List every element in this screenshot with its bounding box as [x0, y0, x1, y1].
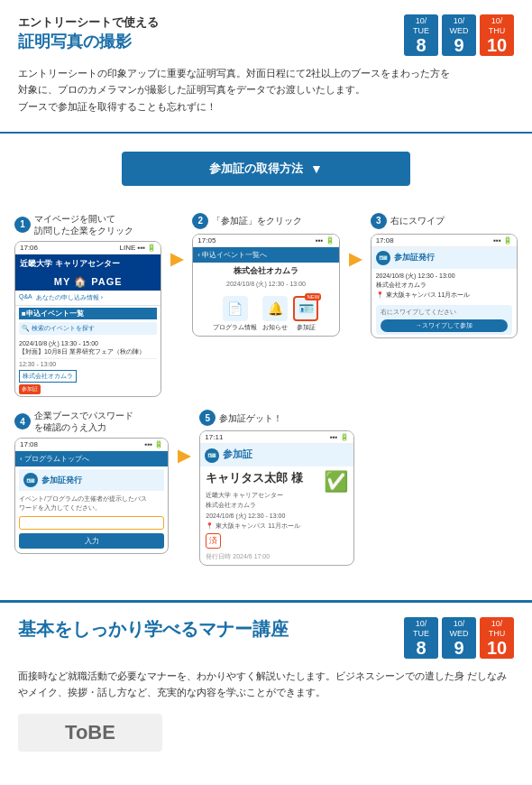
- step-3-num: 3: [371, 213, 387, 229]
- arrow-2-3: ▶: [349, 213, 362, 269]
- step-3-label: 3 右にスワイプ: [371, 213, 518, 229]
- company-name: 株式会社オカムラ: [193, 263, 338, 280]
- phone-5-content: キャリタス太郎 様 近畿大学 キャリアセンター 株式会社オカムラ 2024/10…: [200, 466, 353, 565]
- second-date-badge-9: 10/WED 9: [442, 617, 476, 659]
- second-date-num-1: 8: [416, 638, 426, 658]
- phone-1-mock: 17:06 LINE ▪▪▪ 🔋 近畿大学 キャリアセンター MY 🏠 PAGE…: [14, 241, 161, 398]
- step-1-text: マイページを開いて訪問した企業をクリック: [34, 213, 133, 236]
- phone-1-carrier: LINE ▪▪▪ 🔋: [120, 244, 157, 252]
- phone-1-nav: Q&A あなたの申し込み情報 ›: [15, 291, 161, 306]
- swipe-button[interactable]: →スワイプして参加: [381, 319, 508, 332]
- search-btn: 🔍 検索のイベントを探す: [19, 322, 157, 335]
- check-icon: ✅: [324, 470, 348, 494]
- date-num-3: 10: [487, 35, 507, 55]
- phone-4-content: 🪪 参加証発行 イベント/プログラムの主催者が提示したパスワードを入力してくださ…: [15, 466, 168, 553]
- top-description: エントリーシートの印象アップに重要な証明写真。対面日程にて2社以上のブースをまわ…: [18, 65, 514, 115]
- date-badges: 10/TUE 8 10/WED 9 10/THU 10: [404, 14, 514, 56]
- second-date-badge-10: 10/THU 10: [480, 617, 514, 659]
- phone-1-status: 17:06 LINE ▪▪▪ 🔋: [15, 242, 161, 254]
- step-2-block: 2 「参加証」をクリック 17:05 ▪▪▪ 🔋 ‹ 申込イベント一覧へ 株式会…: [192, 213, 339, 337]
- phone-1-header: 近畿大学 キャリアセンター: [15, 254, 161, 273]
- step-4-num: 4: [14, 413, 31, 429]
- stamp-label: 済: [206, 533, 221, 549]
- arrow-4-5: ▶: [178, 410, 190, 466]
- arrow-1-2: ▶: [170, 213, 183, 269]
- second-event-section: 基本をしっかり学べるマナー講座 10/TUE 8 10/WED 9 10/THU…: [0, 600, 532, 761]
- pass-badge-circle: 🪪: [376, 251, 390, 265]
- steps-section: 1 マイページを開いて訪問した企業をクリック 17:06 LINE ▪▪▪ 🔋 …: [0, 204, 532, 593]
- step-2-text: 「参加証」をクリック: [212, 215, 302, 226]
- second-event-desc: 面接時など就職活動で必要なマナーを、わかりやすく解説いたします。ビジネスシーンで…: [18, 668, 514, 701]
- method-button-label: 参加証の取得方法: [209, 161, 303, 177]
- program-icon: 📄: [223, 296, 248, 321]
- date-label-3: 10/THU: [485, 16, 509, 36]
- step-5-block: 5 参加証ゲット！ 17:11 ▪▪▪ 🔋 🪪 参加証 キャリタス太郎 様: [199, 410, 353, 566]
- swipe-area: 右にスワイプしてください →スワイプして参加: [376, 305, 512, 335]
- step-1-num: 1: [14, 217, 31, 233]
- method-button[interactable]: 参加証の取得方法 ▼: [122, 152, 410, 186]
- phone-5-top-row: キャリタス太郎 様 近畿大学 キャリアセンター 株式会社オカムラ 2024/10…: [206, 470, 347, 549]
- second-date-label-1: 10/TUE: [409, 619, 433, 639]
- pass-icon-item: 🪪 NEW 参加証: [293, 296, 318, 332]
- phone-4-title-row: 🪪 参加証発行: [19, 469, 164, 491]
- notice-icon-item: 🔔 お知らせ: [262, 296, 288, 332]
- phone-4-status: 17:08 ▪▪▪ 🔋: [15, 439, 168, 451]
- phone-2-status: 17:05 ▪▪▪ 🔋: [193, 235, 338, 247]
- phone-4-header: ‹ プログラムトップへ: [15, 451, 168, 466]
- phone-5-info: 近畿大学 キャリアセンター 株式会社オカムラ 2024/10/6 (火) 12:…: [206, 490, 317, 531]
- step-3-text: 右にスワイプ: [390, 215, 445, 226]
- step-2-label: 2 「参加証」をクリック: [192, 213, 339, 229]
- event-item-1: 2024/10/8 (火) 13:30 - 15:00 【対面】10月8日 業界…: [19, 337, 157, 360]
- phone-3-status: 17:08 ▪▪▪ 🔋: [371, 235, 517, 247]
- attendee-name: キャリタス太郎 様: [206, 470, 317, 486]
- steps-row-1: 1 マイページを開いて訪問した企業をクリック 17:06 LINE ▪▪▪ 🔋 …: [14, 213, 518, 398]
- phone-5-text: キャリタス太郎 様 近畿大学 キャリアセンター 株式会社オカムラ 2024/10…: [206, 470, 317, 549]
- second-event-title: 基本をしっかり学べるマナー講座: [18, 617, 289, 641]
- date-badge-9: 10/WED 9: [442, 14, 476, 56]
- date-label-1: 10/TUE: [409, 16, 433, 36]
- step-4-text: 企業ブースでパスワードを確認のうえ入力: [34, 410, 133, 433]
- tobe-label: ToBE: [18, 714, 162, 752]
- button-section: 参加証の取得方法 ▼: [0, 134, 532, 204]
- second-date-label-3: 10/THU: [485, 619, 509, 639]
- step-1-label: 1 マイページを開いて訪問した企業をクリック: [14, 213, 161, 236]
- step-5-num: 5: [199, 410, 216, 426]
- date-num-1: 8: [416, 35, 426, 55]
- step-5-text: 参加証ゲット！: [219, 412, 282, 424]
- title-line2: 証明写真の撮影: [18, 31, 159, 53]
- title-line1: エントリーシートで使える: [18, 14, 159, 31]
- date-label-2: 10/WED: [447, 16, 471, 36]
- second-event-dates: 10/TUE 8 10/WED 9 10/THU 10: [404, 617, 514, 659]
- second-date-num-2: 9: [454, 638, 463, 658]
- phone-1-section: ■申込イベント一覧 🔍 検索のイベントを探す 2024/10/8 (火) 13:…: [15, 306, 161, 397]
- phone-4-submit[interactable]: 入力: [19, 533, 164, 549]
- title-area: エントリーシートで使える 証明写真の撮影: [18, 14, 159, 53]
- phone-3-mock: 17:08 ▪▪▪ 🔋 🪪 参加証発行 2024/10/8 (火) 12:30 …: [371, 234, 518, 339]
- date-badge-10: 10/THU 10: [480, 14, 514, 56]
- step-4-block: 4 企業ブースでパスワードを確認のうえ入力 17:08 ▪▪▪ 🔋 ‹ プログラ…: [14, 410, 169, 554]
- second-event-header: 基本をしっかり学べるマナー講座 10/TUE 8 10/WED 9 10/THU…: [18, 617, 514, 659]
- step-3-block: 3 右にスワイプ 17:08 ▪▪▪ 🔋 🪪 参加証発行 2024/10/8 (…: [371, 213, 518, 339]
- second-event-title-area: 基本をしっかり学べるマナー講座: [18, 617, 289, 641]
- steps-row-2: 4 企業ブースでパスワードを確認のうえ入力 17:08 ▪▪▪ 🔋 ‹ プログラ…: [14, 410, 518, 566]
- second-date-label-2: 10/WED: [447, 619, 471, 639]
- phone-4-input[interactable]: [19, 516, 164, 530]
- program-icon-item: 📄 プログラム情報: [213, 296, 257, 332]
- phone-5-header: 🪪 参加証: [200, 444, 353, 466]
- company-label: 株式会社オカムラ: [19, 370, 77, 383]
- step-2-num: 2: [192, 213, 208, 229]
- step-4-label: 4 企業ブースでパスワードを確認のうえ入力: [14, 410, 169, 433]
- phone-1-mypage: MY 🏠 PAGE: [15, 273, 161, 291]
- phone-4-mock: 17:08 ▪▪▪ 🔋 ‹ プログラムトップへ 🪪 参加証発行 イベント/プログ…: [14, 438, 169, 554]
- phone-2-mock: 17:05 ▪▪▪ 🔋 ‹ 申込イベント一覧へ 株式会社オカムラ 2024/10…: [192, 234, 339, 337]
- second-date-badge-8: 10/TUE 8: [404, 617, 438, 659]
- badge-label: 参加証: [19, 384, 41, 394]
- issue-date: 発行日時 2024/6 17:00: [206, 552, 347, 561]
- top-header: エントリーシートで使える 証明写真の撮影 10/TUE 8 10/WED 9 1…: [18, 14, 514, 56]
- phone-4-desc: イベント/プログラムの主催者が提示したパスワードを入力してください。: [19, 494, 164, 513]
- top-section: エントリーシートで使える 証明写真の撮影 10/TUE 8 10/WED 9 1…: [0, 0, 532, 134]
- event-date: 2024/10/8 (火) 12:30 - 13:00: [193, 280, 338, 289]
- phone-3-header: 🪪 参加証発行: [371, 247, 517, 269]
- new-badge: NEW: [305, 293, 321, 300]
- date-badge-8: 10/TUE 8: [404, 14, 438, 56]
